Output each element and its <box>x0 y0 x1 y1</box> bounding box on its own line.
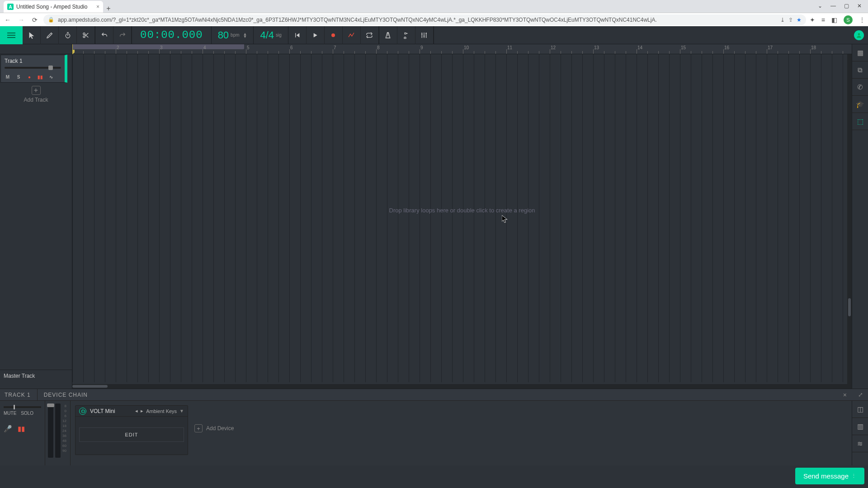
bottom-panel-header: TRACK 1 DEVICE CHAIN × ⤢ <box>0 389 868 401</box>
ruler-tick-label: 10 <box>464 45 469 50</box>
rail-shop-icon[interactable]: ⬚ <box>852 113 868 130</box>
chevron-down-icon[interactable]: ▼ <box>179 408 184 413</box>
loop-range[interactable] <box>72 44 244 49</box>
tab-strip: A Untitled Song - Amped Studio × + ⌄ — ▢… <box>0 0 868 13</box>
url-bar[interactable]: 🔒 app.ampedstudio.com/?_gl=1*zkt20c*_ga*… <box>43 14 806 25</box>
scrollbar-thumb[interactable] <box>72 385 108 388</box>
record-button[interactable] <box>325 26 343 44</box>
undo-button[interactable] <box>95 26 113 44</box>
preset-prev-icon[interactable]: ◂ <box>135 408 138 414</box>
dropdown-icon[interactable]: ⌄ <box>818 3 822 9</box>
track-automation-icon[interactable]: ∿ <box>47 73 55 80</box>
pan-slider[interactable] <box>4 406 41 408</box>
tab-close-icon[interactable]: × <box>96 4 99 10</box>
slider-thumb[interactable] <box>48 66 53 70</box>
master-track-header[interactable]: Master Track <box>0 370 72 389</box>
rail-learn-icon[interactable]: 🎓 <box>852 96 868 113</box>
hamburger-icon <box>7 35 15 36</box>
extensions-icon[interactable]: ✦ <box>810 16 815 23</box>
reading-list-icon[interactable]: ≡ <box>821 16 825 23</box>
ruler-tick-label: 8 <box>377 45 380 50</box>
bpm-display[interactable]: 80 bpm ▲▼ <box>212 26 254 44</box>
close-window-icon[interactable]: ✕ <box>857 3 862 9</box>
slider-thumb[interactable] <box>14 405 15 409</box>
ruler-tick-label: 6 <box>290 45 293 50</box>
automation-button[interactable] <box>343 26 361 44</box>
time-display[interactable]: 00:00.000 <box>132 26 212 44</box>
back-button[interactable]: ← <box>3 16 13 23</box>
timeline[interactable]: 23456789101112131415161718 Drop library … <box>72 44 852 389</box>
bookmark-star-icon[interactable]: ★ <box>797 17 802 23</box>
rail-device-icon[interactable]: ◫ <box>852 401 868 418</box>
solo-button[interactable]: SOLO <box>21 411 33 416</box>
volume-fader[interactable] <box>48 404 53 458</box>
kebab-menu-icon[interactable]: ⋮ <box>859 16 865 23</box>
share-icon[interactable]: ⇪ <box>788 17 793 23</box>
rail-files-icon[interactable]: ⧉ <box>852 61 868 79</box>
add-track-button[interactable]: + Add Track <box>0 83 72 106</box>
rewind-button[interactable] <box>288 26 307 44</box>
bpm-stepper-icon[interactable]: ▲▼ <box>243 33 247 38</box>
minimize-icon[interactable]: — <box>830 3 836 9</box>
ruler-tick-label: 16 <box>724 45 729 50</box>
close-panel-icon[interactable]: × <box>843 391 847 399</box>
forward-button[interactable]: → <box>16 16 26 23</box>
pencil-tool[interactable] <box>41 26 59 44</box>
track-solo-button[interactable]: S <box>14 73 23 80</box>
browser-tab[interactable]: A Untitled Song - Amped Studio × <box>4 1 103 13</box>
preset-next-icon[interactable]: ▸ <box>141 408 143 414</box>
profile-avatar[interactable]: S <box>844 15 853 24</box>
loop-button[interactable] <box>361 26 379 44</box>
playhead-handle-icon[interactable] <box>72 50 75 54</box>
fader-thumb[interactable] <box>47 404 54 407</box>
track-arm-midi-icon[interactable]: ▮▮ <box>36 73 44 80</box>
master-track-label: Master Track <box>4 373 35 379</box>
expand-panel-icon[interactable]: ⤢ <box>858 391 863 398</box>
chat-menu-icon[interactable]: ⋮ <box>851 473 856 479</box>
install-app-icon[interactable]: ⤓ <box>780 17 785 23</box>
rail-library-icon[interactable]: ▦ <box>852 44 868 61</box>
track-arm-mic-icon[interactable]: ● <box>25 73 33 80</box>
track-header-1[interactable]: Track 1 M S ● ▮▮ ∿ <box>0 55 67 83</box>
side-panel-icon[interactable]: ◧ <box>831 16 837 23</box>
mute-button[interactable]: MUTE <box>4 411 16 416</box>
arrangement-grid[interactable] <box>72 54 852 382</box>
ruler-tick-label: 4 <box>203 45 206 50</box>
scrollbar-thumb[interactable] <box>848 298 851 316</box>
vertical-scrollbar[interactable] <box>847 54 852 384</box>
rail-wave-icon[interactable]: ≋ <box>852 435 868 452</box>
chat-label: Send message <box>803 472 849 480</box>
account-button[interactable] <box>850 30 868 40</box>
device-volt-mini[interactable]: ⏻ VOLT Mini ◂ ▸ Ambient Keys ▼ EDIT <box>75 405 188 455</box>
device-power-icon[interactable]: ⏻ <box>79 408 86 415</box>
pointer-tool[interactable] <box>23 26 41 44</box>
playhead[interactable] <box>72 44 73 54</box>
maximize-icon[interactable]: ▢ <box>844 3 849 9</box>
track-volume-slider[interactable] <box>5 67 61 69</box>
add-device-button[interactable]: + Add Device <box>194 424 234 432</box>
scissors-tool[interactable] <box>77 26 95 44</box>
mixer-button[interactable] <box>415 26 434 44</box>
horizontal-scrollbar[interactable] <box>72 384 852 389</box>
arm-audio-icon[interactable]: 🎤 <box>4 425 12 433</box>
metronome-button[interactable] <box>379 26 397 44</box>
menu-button[interactable] <box>0 26 23 44</box>
stopwatch-tool[interactable] <box>59 26 77 44</box>
track-panel: Track 1 M S ● ▮▮ ∿ + Add Track Master Tr… <box>0 44 72 389</box>
time-signature-display[interactable]: 4/4 sig <box>254 26 288 44</box>
new-tab-button[interactable]: + <box>103 5 114 13</box>
tab-title: Untitled Song - Amped Studio <box>16 4 87 10</box>
redo-button[interactable] <box>113 26 132 44</box>
count-in-button[interactable] <box>397 26 415 44</box>
rail-piano-icon[interactable]: ▥ <box>852 418 868 435</box>
play-button[interactable] <box>307 26 325 44</box>
timeline-ruler[interactable]: 23456789101112131415161718 <box>72 44 852 54</box>
reload-button[interactable]: ⟳ <box>30 16 40 23</box>
send-message-button[interactable]: Send message ⋮ <box>795 468 864 484</box>
preset-selector[interactable]: ◂ ▸ Ambient Keys ▼ <box>135 408 184 414</box>
arm-midi-icon[interactable]: ▮▮ <box>18 425 25 433</box>
rail-phone-icon[interactable]: ✆ <box>852 79 868 96</box>
device-edit-button[interactable]: EDIT <box>79 427 184 442</box>
track-mute-button[interactable]: M <box>4 73 12 80</box>
browser-chrome: A Untitled Song - Amped Studio × + ⌄ — ▢… <box>0 0 868 26</box>
